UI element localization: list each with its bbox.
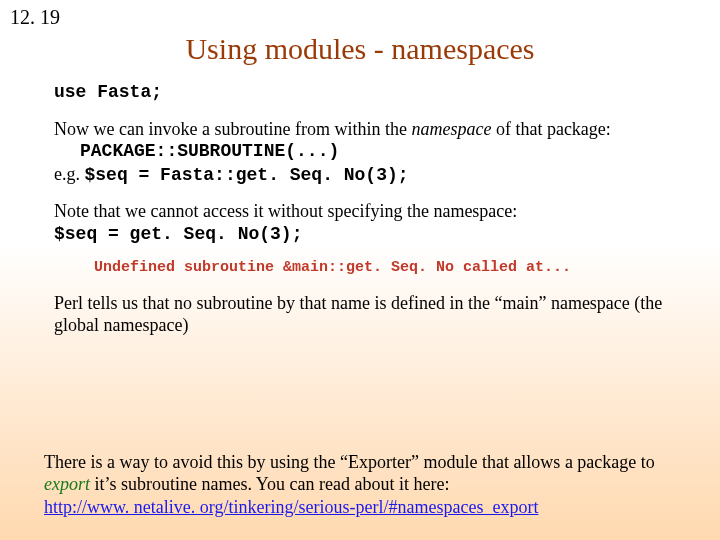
slide-number: 12. 19 (10, 6, 60, 29)
code-use-statement: use Fasta; (54, 82, 162, 102)
slide-title: Using modules - namespaces (10, 32, 710, 66)
slide-body: use Fasta; Now we can invoke a subroutin… (54, 80, 690, 337)
text-fragment: it’s subroutine names. You can read abou… (90, 474, 449, 494)
code-example-call: $seq = Fasta::get. Seq. No(3); (85, 165, 409, 185)
paragraph-invoke: Now we can invoke a subroutine from with… (54, 118, 690, 141)
code-package-syntax: PACKAGE::SUBROUTINE(...) (80, 140, 690, 163)
paragraph-explain: Perl tells us that no subroutine by that… (54, 292, 690, 337)
eg-label: e.g. (54, 164, 85, 184)
bottom-note: There is a way to avoid this by using th… (44, 451, 700, 519)
text-fragment: Now we can invoke a subroutine from with… (54, 119, 411, 139)
error-output: Undefined subroutine &main::get. Seq. No… (94, 259, 690, 278)
paragraph-note: Note that we cannot access it without sp… (54, 200, 690, 223)
text-fragment: There is a way to avoid this by using th… (44, 452, 655, 472)
text-namespace-italic: namespace (411, 119, 491, 139)
text-export-italic: export (44, 474, 90, 494)
code-bad-call: $seq = get. Seq. No(3); (54, 223, 690, 246)
example-line: e.g. $seq = Fasta::get. Seq. No(3); (54, 163, 690, 187)
text-fragment: of that package: (491, 119, 610, 139)
exporter-link[interactable]: http://www. netalive. org/tinkering/seri… (44, 497, 538, 517)
